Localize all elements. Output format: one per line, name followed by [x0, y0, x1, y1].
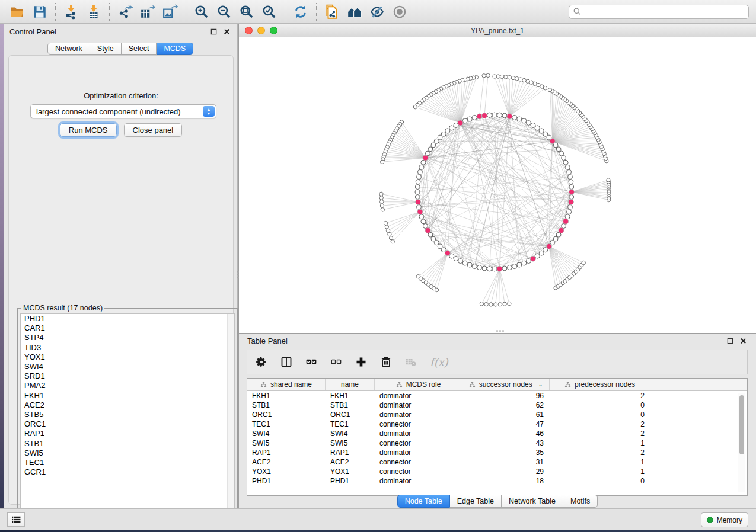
table-row[interactable]: YOX1YOX1connector291	[247, 467, 747, 476]
close-window-icon[interactable]	[245, 27, 253, 34]
tab-style[interactable]: Style	[90, 43, 122, 55]
mcds-tab-panel: Optimization criterion: largest connecte…	[8, 55, 234, 505]
zoom-in-icon[interactable]	[190, 2, 213, 21]
clone-network-icon[interactable]	[321, 2, 343, 21]
panel-splitter-horizontal[interactable]	[492, 329, 508, 332]
search-input[interactable]	[585, 7, 745, 17]
table-row[interactable]: STB1STB1dominator620	[247, 400, 747, 410]
add-column-icon[interactable]	[355, 356, 367, 368]
mcds-result-item[interactable]: TEC1	[21, 458, 234, 467]
table-settings-gear-icon[interactable]	[256, 356, 267, 368]
zoom-selected-icon[interactable]	[258, 2, 280, 21]
zoom-window-icon[interactable]	[270, 27, 277, 34]
mcds-result-item[interactable]: FKH1	[21, 391, 234, 400]
table-cell: ORC1	[247, 410, 326, 419]
column-header-shared-name[interactable]: shared name	[247, 379, 326, 390]
mcds-result-item[interactable]: PHD1	[21, 314, 234, 323]
zoom-out-icon[interactable]	[213, 2, 235, 21]
table-cell: 2	[550, 448, 650, 457]
show-columns-icon[interactable]	[280, 356, 292, 368]
save-icon[interactable]	[28, 2, 51, 21]
column-header-name[interactable]: name	[326, 379, 375, 390]
table-cell: connector	[375, 419, 462, 429]
table-cell-filler	[650, 457, 747, 467]
mcds-result-group: MCDS result (17 nodes) PHD1CAR1STP4TID3Y…	[17, 304, 238, 528]
tab-node-table[interactable]: Node Table	[397, 495, 450, 508]
tab-edge-table[interactable]: Edge Table	[450, 495, 502, 508]
tab-network[interactable]: Network	[47, 43, 90, 55]
table-cell: 1	[550, 438, 650, 448]
import-table-icon[interactable]	[82, 2, 105, 21]
tab-motifs[interactable]: Motifs	[563, 495, 598, 508]
table-cell: ACE2	[326, 457, 375, 467]
float-window-icon[interactable]	[209, 27, 218, 36]
task-history-button[interactable]	[7, 512, 25, 527]
table-row[interactable]: SWI5SWI5connector431	[247, 438, 747, 448]
tab-network-table[interactable]: Network Table	[502, 495, 563, 508]
tab-select[interactable]: Select	[122, 43, 157, 55]
mcds-result-item[interactable]: TID3	[21, 343, 234, 352]
list-scrollbar[interactable]	[227, 314, 234, 525]
export-network-icon[interactable]	[114, 2, 136, 21]
mcds-result-item[interactable]: STB1	[21, 439, 234, 448]
table-row[interactable]: ACE2ACE2connector311	[247, 457, 747, 467]
mcds-result-item[interactable]: PMA2	[21, 381, 234, 390]
table-cell: FKH1	[326, 391, 375, 400]
run-mcds-button[interactable]: Run MCDS	[60, 123, 117, 137]
mcds-result-item[interactable]: STP4	[21, 333, 234, 342]
table-row[interactable]: FKH1FKH1dominator962	[247, 391, 747, 400]
mcds-result-item[interactable]: ORC1	[21, 419, 234, 429]
deselect-all-icon[interactable]	[330, 356, 342, 368]
mcds-result-item[interactable]: SWI5	[21, 448, 234, 458]
column-header-mcds-role[interactable]: MCDS role	[375, 379, 462, 390]
mcds-result-legend: MCDS result (17 nodes)	[21, 304, 104, 312]
mcds-result-item[interactable]: ACE2	[21, 400, 234, 410]
table-row[interactable]: PHD1PHD1dominator180	[247, 476, 747, 486]
table-row[interactable]: SWI4SWI4dominator462	[247, 429, 747, 438]
memory-button[interactable]: Memory	[701, 512, 748, 527]
close-panel-button[interactable]: Close panel	[124, 123, 183, 137]
import-network-icon[interactable]	[60, 2, 82, 21]
table-cell: PHD1	[247, 476, 326, 486]
zoom-fit-icon[interactable]	[235, 2, 258, 21]
table-row[interactable]: ORC1ORC1dominator610	[247, 410, 747, 419]
table-cell: PHD1	[326, 476, 375, 486]
tab-mcds[interactable]: MCDS	[157, 43, 193, 55]
mcds-result-item[interactable]: YOX1	[21, 352, 234, 362]
mcds-result-item[interactable]: SWI4	[21, 362, 234, 371]
column-header-predecessor-nodes[interactable]: predecessor nodes	[550, 379, 650, 390]
shared-column-icon	[564, 382, 571, 388]
table-toolbar: f(x)	[247, 350, 748, 374]
export-table-icon[interactable]	[136, 2, 159, 21]
refresh-icon[interactable]	[289, 2, 312, 21]
mcds-result-item[interactable]: SRD1	[21, 371, 234, 381]
float-window-icon[interactable]	[725, 336, 735, 345]
delete-column-icon[interactable]	[380, 356, 392, 368]
select-all-icon[interactable]	[305, 356, 317, 368]
minimize-window-icon[interactable]	[257, 27, 265, 34]
panel-splitter-vertical[interactable]	[237, 267, 240, 282]
open-file-icon[interactable]	[6, 2, 28, 21]
show-all-icon[interactable]	[388, 2, 411, 21]
close-panel-icon[interactable]	[738, 336, 748, 345]
mcds-result-item[interactable]: RAP1	[21, 429, 234, 438]
search-field[interactable]	[569, 5, 749, 19]
table-row[interactable]: TEC1TEC1connector472	[247, 419, 747, 429]
mcds-result-item[interactable]: CAR1	[21, 323, 234, 333]
first-neighbors-icon[interactable]	[343, 2, 366, 21]
network-canvas[interactable]	[239, 37, 756, 332]
column-header-successor-nodes[interactable]: successor nodes ⌄	[462, 379, 550, 390]
table-scrollbar[interactable]	[738, 393, 745, 492]
table-scrollbar-thumb[interactable]	[739, 395, 744, 454]
mcds-result-list[interactable]: PHD1CAR1STP4TID3YOX1SWI4SRD1PMA2FKH1ACE2…	[20, 313, 235, 525]
table-row[interactable]: RAP1RAP1dominator352	[247, 448, 747, 457]
export-image-icon[interactable]	[159, 2, 181, 21]
network-titlebar[interactable]: YPA_prune.txt_1	[239, 24, 756, 38]
mcds-result-item[interactable]: STB5	[21, 410, 234, 419]
memory-status-icon	[707, 517, 713, 523]
close-panel-icon[interactable]	[222, 27, 231, 36]
hide-selected-icon[interactable]	[366, 2, 388, 21]
criterion-select[interactable]: largest connected component (undirected)…	[30, 104, 216, 118]
node-table-body: FKH1FKH1dominator962STB1STB1dominator620…	[247, 391, 747, 486]
mcds-result-item[interactable]: GCR1	[21, 467, 234, 477]
